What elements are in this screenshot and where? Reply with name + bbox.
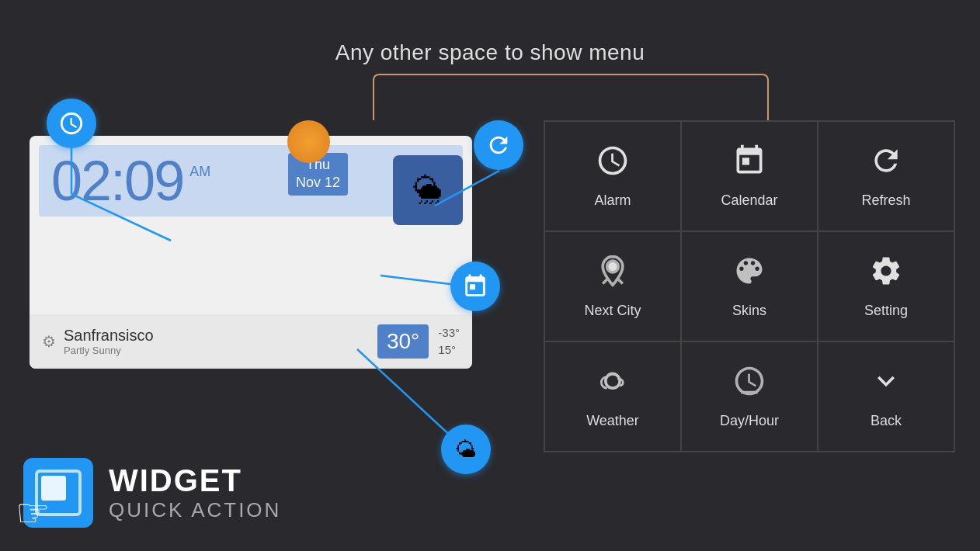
- brand-quick-label: QUICK ACTION: [109, 498, 281, 522]
- refresh-label: Refresh: [861, 192, 910, 209]
- hand-cursor-icon: ☞: [16, 490, 50, 535]
- weather-description: Partly Sunny: [64, 345, 154, 356]
- refresh-icon: [485, 132, 512, 158]
- brand-widget-label: WIDGET: [109, 463, 281, 498]
- weather-app-circle-button[interactable]: 🌤: [441, 425, 491, 474]
- back-icon: [869, 364, 903, 404]
- clock-circle-button[interactable]: [47, 99, 96, 148]
- calendar-icon: [462, 273, 488, 300]
- temp-high: -33°: [438, 324, 460, 342]
- weather-menu-icon: [596, 364, 630, 404]
- next-city-icon: [596, 254, 630, 293]
- temp-low: 15°: [438, 341, 460, 359]
- weather-label: Weather: [586, 413, 639, 429]
- clock-time: 02:09: [51, 153, 183, 209]
- calendar-menu-icon: [732, 144, 766, 183]
- bracket-right: [528, 74, 769, 120]
- menu-grid: Alarm Calendar Refresh Next City Skins S…: [544, 120, 955, 452]
- day-hour-icon: [732, 364, 766, 404]
- temperature-range: -33° 15°: [438, 324, 460, 359]
- menu-item-next-city[interactable]: Next City: [544, 231, 681, 341]
- skins-label: Skins: [732, 303, 766, 319]
- branding-area: WIDGET QUICK ACTION: [23, 458, 281, 528]
- alarm-label: Alarm: [594, 192, 631, 209]
- calendar-circle-button[interactable]: [450, 262, 500, 311]
- temperature-box: 30°: [377, 324, 429, 359]
- setting-icon: [869, 254, 903, 293]
- day-hour-label: Day/Hour: [720, 413, 779, 429]
- back-label: Back: [871, 413, 902, 429]
- refresh-menu-icon: [869, 144, 903, 183]
- menu-item-skins[interactable]: Skins: [681, 231, 818, 341]
- bracket-left: [373, 74, 528, 120]
- alarm-icon: [596, 144, 630, 183]
- menu-item-day-hour[interactable]: Day/Hour: [681, 341, 818, 452]
- widget-panel: 02:09 AM Thu Nov 12 🌦 ⚙ Sanfransisco Par…: [30, 136, 472, 369]
- refresh-circle-button[interactable]: [474, 120, 523, 170]
- skins-icon: [732, 254, 766, 293]
- menu-item-setting[interactable]: Setting: [818, 231, 954, 341]
- svg-rect-7: [741, 391, 758, 394]
- menu-item-weather[interactable]: Weather: [544, 341, 681, 452]
- weather-icon-widget: 🌦: [393, 155, 463, 225]
- menu-item-refresh[interactable]: Refresh: [818, 121, 954, 231]
- menu-item-calendar[interactable]: Calendar: [681, 121, 818, 231]
- next-city-label: Next City: [584, 303, 641, 319]
- setting-label: Setting: [864, 303, 908, 319]
- calendar-label: Calendar: [721, 192, 777, 209]
- clock-icon: [58, 110, 85, 137]
- weather-app-icon: 🌤: [455, 437, 477, 463]
- svg-point-5: [607, 261, 619, 272]
- weather-row: ⚙ Sanfransisco Partly Sunny 30° -33° 15°: [30, 314, 472, 369]
- city-weather-info: Sanfransisco Partly Sunny: [64, 327, 154, 356]
- brand-text: WIDGET QUICK ACTION: [109, 463, 281, 522]
- city-name: Sanfransisco: [64, 327, 154, 345]
- settings-gear-icon: ⚙: [42, 332, 56, 351]
- clock-ampm: AM: [189, 164, 210, 180]
- menu-item-back[interactable]: Back: [818, 341, 954, 452]
- sun-decoration: [287, 120, 330, 163]
- header-label: Any other space to show menu: [0, 40, 980, 65]
- date-date: Nov 12: [296, 174, 340, 192]
- menu-item-alarm[interactable]: Alarm: [544, 121, 681, 231]
